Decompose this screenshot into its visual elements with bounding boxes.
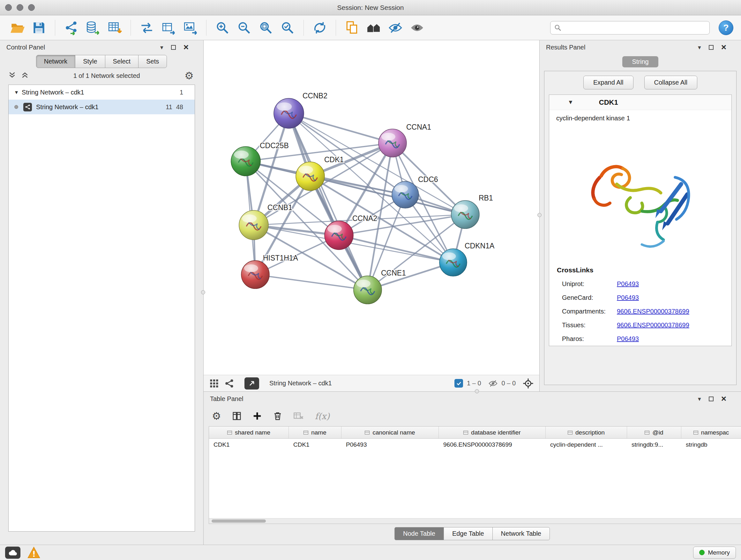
delete-column-icon[interactable] xyxy=(273,411,282,421)
panel-float-icon[interactable] xyxy=(709,396,714,401)
collapse-all-button[interactable]: Collapse All xyxy=(644,76,697,89)
grid-view-icon[interactable] xyxy=(209,379,219,388)
memory-button[interactable]: Memory xyxy=(693,547,736,559)
network-node-CDK1[interactable]: CDK1 xyxy=(296,155,344,191)
graphics-details-button[interactable] xyxy=(364,18,383,37)
hidden-eye-slash-icon[interactable] xyxy=(488,379,498,388)
panel-close-icon[interactable]: × xyxy=(721,44,726,51)
show-columns-icon[interactable] xyxy=(232,411,242,421)
panel-close-icon[interactable]: × xyxy=(184,44,189,51)
column-header-description[interactable]: description xyxy=(546,427,627,438)
network-edge-HIST1H1A-CCNE1[interactable] xyxy=(255,274,367,290)
network-edge-CCNB2-CCNE1[interactable] xyxy=(289,113,367,290)
network-node-RB1[interactable]: RB1 xyxy=(451,194,493,229)
panel-close-icon[interactable]: × xyxy=(721,395,726,402)
panel-menu-icon[interactable]: ▾ xyxy=(698,44,701,51)
expand-all-networks-icon[interactable] xyxy=(8,71,16,80)
network-node-CCNE1[interactable]: CCNE1 xyxy=(354,269,406,304)
crosslink-value-link[interactable]: P06493 xyxy=(617,280,639,288)
crosslink-value-link[interactable]: P06493 xyxy=(617,294,639,301)
tab-node-table[interactable]: Node Table xyxy=(394,527,444,540)
column-header-id[interactable]: @id xyxy=(627,427,681,438)
help-button[interactable]: ? xyxy=(719,20,733,35)
save-session-button[interactable] xyxy=(29,18,49,37)
birdseye-crosshair-icon[interactable] xyxy=(523,378,534,389)
cloud-button[interactable] xyxy=(5,547,20,559)
network-canvas[interactable]: CCNB2CCNA1CDC25BCDK1CDC6RB1CCNB1CCNA2CDK… xyxy=(204,40,539,375)
open-in-window-button[interactable] xyxy=(245,377,259,389)
export-table-button[interactable] xyxy=(159,18,178,37)
zoom-out-button[interactable] xyxy=(234,18,254,37)
tab-network-table[interactable]: Network Table xyxy=(492,527,550,540)
network-options-gear-icon[interactable]: ⚙ xyxy=(185,71,194,81)
network-node-CDC25B[interactable]: CDC25B xyxy=(231,141,289,176)
delete-table-icon[interactable] xyxy=(293,411,304,421)
network-row[interactable]: String Network – cdk1 11 48 xyxy=(9,100,195,114)
export-network-button[interactable] xyxy=(137,18,156,37)
horizontal-scrollbar[interactable] xyxy=(209,518,741,523)
collection-expand-icon[interactable]: ▾ xyxy=(15,89,18,96)
zoom-window-button[interactable] xyxy=(28,4,35,11)
tab-edge-table[interactable]: Edge Table xyxy=(444,527,493,540)
zoom-fit-button[interactable] xyxy=(256,18,275,37)
network-edge-CCNB2-CCNA1[interactable] xyxy=(289,113,393,143)
tab-string[interactable]: String xyxy=(622,56,658,67)
tab-style[interactable]: Style xyxy=(75,55,105,68)
add-column-icon[interactable] xyxy=(253,411,262,421)
warning-icon[interactable] xyxy=(27,547,40,558)
column-header-namespac[interactable]: namespac xyxy=(681,427,741,438)
collapse-all-networks-icon[interactable] xyxy=(21,71,29,80)
crosslink-value-link[interactable]: 9606.ENSP00000378699 xyxy=(617,308,689,315)
export-image-button[interactable] xyxy=(181,18,200,37)
minimize-window-button[interactable] xyxy=(17,4,23,11)
panel-menu-icon[interactable]: ▾ xyxy=(698,395,701,402)
search-box[interactable] xyxy=(550,21,710,35)
column-header-database-identifier[interactable]: database identifier xyxy=(439,427,546,438)
copy-button[interactable] xyxy=(342,18,361,37)
crosslink-value-link[interactable]: 9606.ENSP00000378699 xyxy=(617,321,689,329)
network-node-CDKN1A[interactable]: CDKN1A xyxy=(440,242,495,276)
column-header-canonical-name[interactable]: canonical name xyxy=(341,427,439,438)
network-node-CCNA1[interactable]: CCNA1 xyxy=(379,123,431,157)
tab-sets[interactable]: Sets xyxy=(138,55,167,68)
function-builder-button[interactable]: f(x) xyxy=(315,411,330,421)
zoom-in-button[interactable] xyxy=(213,18,232,37)
import-network-database-button[interactable] xyxy=(83,18,103,37)
splitter-handle-right[interactable] xyxy=(537,213,542,217)
gene-collapse-icon[interactable]: ▼ xyxy=(568,99,574,106)
import-table-button[interactable] xyxy=(105,18,124,37)
expand-all-button[interactable]: Expand All xyxy=(583,76,633,89)
column-header-name[interactable]: name xyxy=(289,427,341,438)
selected-nodes-checkbox-icon[interactable] xyxy=(455,379,463,388)
network-edge-CCNA2-CDKN1A[interactable] xyxy=(339,235,453,262)
network-view[interactable]: CCNB2CCNA1CDC25BCDK1CDC6RB1CCNB1CCNA2CDK… xyxy=(204,40,539,391)
show-all-button[interactable] xyxy=(408,18,427,37)
splitter-handle-left[interactable] xyxy=(201,290,205,294)
table-cell: 9606.ENSP00000378699 xyxy=(439,439,546,450)
node-label-CDKN1A: CDKN1A xyxy=(465,242,495,250)
table-row[interactable]: CDK1CDK1P064939606.ENSP00000378699cyclin… xyxy=(209,439,741,450)
tab-select[interactable]: Select xyxy=(105,55,139,68)
import-network-file-button[interactable] xyxy=(62,18,81,37)
close-window-button[interactable] xyxy=(5,4,12,11)
search-input[interactable] xyxy=(564,24,705,31)
tab-network[interactable]: Network xyxy=(36,55,75,68)
panel-float-icon[interactable] xyxy=(709,45,714,50)
table-cell: stringdb xyxy=(681,439,741,450)
splitter-handle-bottom[interactable] xyxy=(475,389,479,393)
open-session-button[interactable] xyxy=(8,18,27,37)
gene-section-header[interactable]: ▼ CDK1 xyxy=(549,95,731,110)
panel-menu-icon[interactable]: ▾ xyxy=(160,44,163,51)
zoom-selected-button[interactable] xyxy=(278,18,297,37)
network-node-HIST1H1A[interactable]: HIST1H1A xyxy=(241,254,298,289)
table-settings-gear-icon[interactable]: ⚙ xyxy=(212,411,221,421)
apply-layout-button[interactable] xyxy=(310,18,329,37)
share-network-icon[interactable] xyxy=(225,379,234,388)
hide-selected-button[interactable] xyxy=(386,18,405,37)
column-header-shared-name[interactable]: shared name xyxy=(209,427,289,438)
panel-float-icon[interactable] xyxy=(171,45,176,50)
network-collection-row[interactable]: ▾ String Network – cdk1 1 xyxy=(9,85,195,100)
crosslink-row: Compartments:9606.ENSP00000378699 xyxy=(549,305,731,318)
horizontal-scrollbar-thumb[interactable] xyxy=(212,519,266,523)
crosslink-value-link[interactable]: P06493 xyxy=(617,335,639,343)
